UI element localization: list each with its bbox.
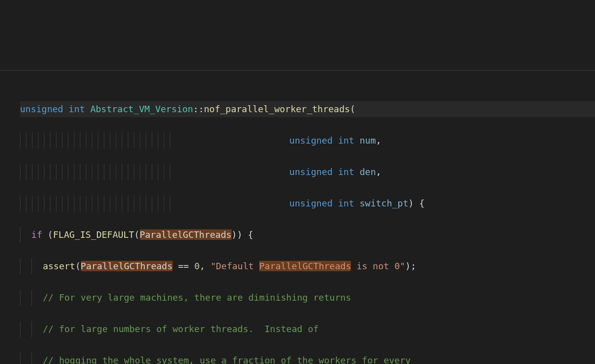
string-part: is not 0" bbox=[351, 261, 405, 271]
comma: , bbox=[376, 167, 381, 177]
keyword-int: int bbox=[69, 104, 85, 114]
paren-open: ( bbox=[134, 229, 140, 240]
paren-open: ( bbox=[75, 261, 81, 271]
param-switch-pt: switch_pt bbox=[359, 198, 408, 208]
scope-op: :: bbox=[193, 104, 204, 114]
comment: // hogging the whole system, use a fract… bbox=[43, 355, 411, 364]
comma: , bbox=[376, 135, 381, 146]
keyword-if: if bbox=[31, 229, 42, 240]
code-line[interactable]: unsigned int num, bbox=[20, 133, 595, 149]
code-line[interactable]: unsigned int den, bbox=[20, 164, 595, 180]
keyword-int: int bbox=[338, 135, 354, 146]
string-highlighted: ParallelGCThreads bbox=[259, 261, 351, 271]
code-line[interactable]: if (FLAG_IS_DEFAULT(ParallelGCThreads)) … bbox=[20, 227, 595, 243]
keyword-int: int bbox=[338, 198, 354, 208]
keyword-unsigned: unsigned bbox=[290, 167, 333, 177]
keyword-int: int bbox=[338, 167, 354, 177]
keyword-unsigned: unsigned bbox=[290, 198, 333, 208]
macro-call: FLAG_IS_DEFAULT bbox=[53, 229, 134, 240]
function-name: nof_parallel_worker_threads bbox=[204, 104, 350, 114]
code-line[interactable]: assert(ParallelGCThreads == 0, "Default … bbox=[20, 258, 595, 274]
editor-top-border bbox=[0, 70, 595, 71]
paren-close: ) bbox=[408, 198, 414, 208]
code-line[interactable]: unsigned int Abstract_VM_Version::nof_pa… bbox=[20, 101, 595, 117]
paren-open: ( bbox=[350, 104, 355, 114]
paren-close: ) bbox=[232, 229, 237, 240]
literal-zero: 0 bbox=[194, 261, 200, 271]
paren-open: ( bbox=[42, 229, 53, 240]
keyword-unsigned: unsigned bbox=[290, 135, 333, 146]
close: ); bbox=[405, 261, 416, 271]
macro-arg: ParallelGCThreads bbox=[140, 229, 232, 240]
assert-arg: ParallelGCThreads bbox=[81, 261, 173, 271]
string-part: "Default bbox=[211, 261, 260, 271]
param-den: den bbox=[359, 167, 376, 177]
code-editor[interactable]: unsigned int Abstract_VM_Version::nof_pa… bbox=[20, 70, 595, 364]
code-line[interactable]: // For very large machines, there are di… bbox=[20, 290, 595, 306]
comment: // For very large machines, there are di… bbox=[43, 292, 351, 303]
param-num: num bbox=[359, 135, 376, 146]
comma: , bbox=[200, 261, 211, 271]
brace-open: { bbox=[414, 198, 425, 208]
class-name: Abstract_VM_Version bbox=[90, 104, 193, 114]
code-line[interactable]: // hogging the whole system, use a fract… bbox=[20, 353, 595, 364]
code-line[interactable]: // for large numbers of worker threads. … bbox=[20, 321, 595, 337]
comment: // for large numbers of worker threads. … bbox=[43, 324, 319, 334]
brace-open: { bbox=[243, 229, 254, 240]
eq-op: == bbox=[173, 261, 194, 271]
assert-call: assert bbox=[43, 261, 75, 271]
code-line[interactable]: unsigned int switch_pt) { bbox=[20, 195, 595, 211]
paren-close: ) bbox=[237, 229, 243, 240]
keyword-unsigned: unsigned bbox=[20, 104, 63, 114]
